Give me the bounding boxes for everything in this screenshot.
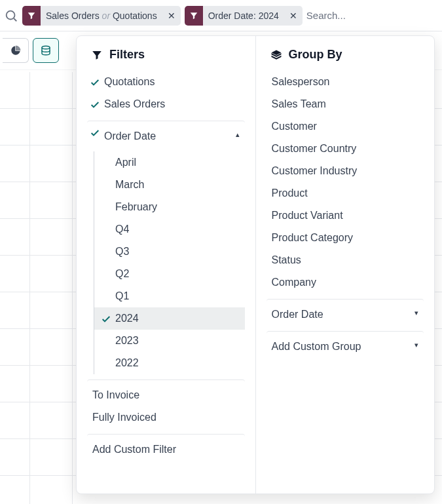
chip-label: Order Date: 2024 [203, 10, 284, 21]
order-date-option-q1[interactable]: Q1 [94, 285, 245, 307]
database-icon [40, 45, 52, 56]
check-icon [90, 100, 100, 110]
order-date-option-february[interactable]: February [94, 196, 245, 218]
order-date-option-q2[interactable]: Q2 [94, 263, 245, 285]
chevron-down-icon: ▾ [414, 341, 418, 349]
filters-header: Filters [77, 48, 255, 71]
groupby-item-salesperson[interactable]: Salesperson [267, 71, 424, 93]
groupby-item-company[interactable]: Company [267, 271, 424, 294]
filter-chip-order-date[interactable]: Order Date: 2024 ✕ [185, 6, 303, 26]
filter-groupby-popover: Filters Quotations Sales Orders Order Da… [76, 35, 435, 494]
add-custom-group[interactable]: Add Custom Group ▾ [267, 331, 424, 358]
chip-remove-icon[interactable]: ✕ [162, 10, 181, 21]
search-input[interactable] [306, 10, 438, 21]
order-date-submenu: April March February Q4 Q3 Q2 Q1 2024 20… [94, 151, 245, 374]
groupby-item-customer-country[interactable]: Customer Country [267, 138, 424, 160]
add-custom-filter[interactable]: Add Custom Filter [87, 434, 245, 461]
layers-icon [270, 49, 282, 61]
order-date-option-2023[interactable]: 2023 [94, 330, 245, 352]
view-pie-button[interactable] [3, 38, 29, 63]
check-icon [90, 77, 100, 88]
groupby-item-order-date[interactable]: Order Date ▾ [267, 299, 424, 326]
check-icon [101, 314, 111, 324]
filter-chip-sales-quotations[interactable]: Sales Orders or Quotations ✕ [22, 6, 181, 26]
view-data-button[interactable] [33, 38, 59, 63]
order-date-option-2024[interactable]: 2024 [94, 307, 245, 330]
filter-item-to-invoice[interactable]: To Invoice [87, 379, 245, 406]
groupby-item-sales-team[interactable]: Sales Team [267, 93, 424, 115]
groupby-header: Group By [256, 48, 435, 71]
check-icon [90, 128, 100, 138]
groupby-item-status[interactable]: Status [267, 249, 424, 271]
filter-item-order-date[interactable]: Order Date ▴ [87, 121, 245, 147]
search-icon [4, 9, 18, 23]
chevron-up-icon: ▴ [236, 130, 240, 139]
chevron-down-icon: ▾ [414, 309, 418, 317]
groupby-item-product-variant[interactable]: Product Variant [267, 204, 424, 227]
order-date-option-march[interactable]: March [94, 174, 245, 196]
svg-line-1 [14, 18, 16, 21]
order-date-option-q4[interactable]: Q4 [94, 218, 245, 241]
svg-point-0 [7, 10, 15, 19]
filters-title: Filters [109, 48, 145, 62]
order-date-option-q3[interactable]: Q3 [94, 241, 245, 263]
groupby-item-customer[interactable]: Customer [267, 115, 424, 138]
funnel-icon [91, 49, 103, 61]
pie-chart-icon [10, 45, 22, 56]
chip-remove-icon[interactable]: ✕ [284, 10, 303, 21]
svg-point-2 [42, 46, 50, 49]
order-date-option-april[interactable]: April [94, 151, 245, 174]
order-date-option-2022[interactable]: 2022 [94, 352, 245, 374]
filter-item-quotations[interactable]: Quotations [87, 71, 245, 93]
groupby-item-customer-industry[interactable]: Customer Industry [267, 160, 424, 182]
groupby-panel: Group By Salesperson Sales Team Customer… [256, 36, 435, 494]
groupby-item-product[interactable]: Product [267, 182, 424, 204]
groupby-title: Group By [289, 48, 342, 62]
filter-item-sales-orders[interactable]: Sales Orders [87, 93, 245, 115]
funnel-icon [22, 6, 41, 26]
filters-panel: Filters Quotations Sales Orders Order Da… [77, 36, 256, 494]
funnel-icon [185, 6, 203, 26]
groupby-item-product-category[interactable]: Product Category [267, 227, 424, 249]
chip-label: Sales Orders or Quotations [41, 10, 162, 21]
search-bar: Sales Orders or Quotations ✕ Order Date:… [0, 0, 442, 31]
filter-item-fully-invoiced[interactable]: Fully Invoiced [87, 406, 245, 429]
